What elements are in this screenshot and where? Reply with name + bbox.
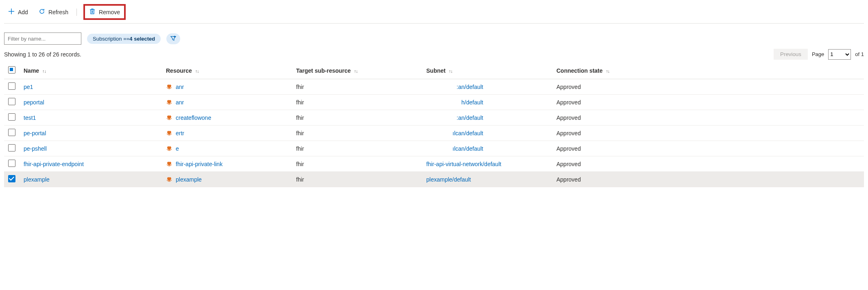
state-text: Approved <box>556 99 581 106</box>
name-link[interactable]: peportal <box>24 99 44 106</box>
state-text: Approved <box>556 130 581 136</box>
subnet-link[interactable]: h/default <box>461 99 483 106</box>
resource-link[interactable]: plexample <box>176 176 202 183</box>
resource-link[interactable]: fhir-api-private-link <box>176 161 222 167</box>
subnet-link[interactable]: plexample/default <box>426 176 471 183</box>
row-checkbox[interactable] <box>8 98 15 105</box>
state-text: Approved <box>556 145 581 152</box>
state-text: Approved <box>556 161 581 167</box>
filter-bar: Subscription == 4 selected <box>4 24 864 48</box>
plus-icon <box>8 8 15 16</box>
resource-link[interactable]: anr <box>176 99 184 106</box>
remove-button[interactable]: Remove <box>83 4 126 20</box>
resource-icon <box>166 114 172 121</box>
subnet-link[interactable]: :an/default <box>457 84 483 90</box>
resource-link[interactable]: e <box>176 145 179 152</box>
page-label: Page <box>812 51 824 57</box>
name-link[interactable]: plexample <box>24 176 50 183</box>
column-header-subnet[interactable]: Subnet ↑↓ <box>422 63 552 79</box>
target-text: fhir <box>296 115 304 121</box>
resource-icon <box>166 129 172 137</box>
target-text: fhir <box>296 130 304 136</box>
table-row[interactable]: pe1 anrfhir:an/defaultApproved <box>4 79 864 95</box>
table-row[interactable]: fhir-api-private-endpoint fhir-api-priva… <box>4 156 864 172</box>
resource-link[interactable]: ertr <box>176 130 184 136</box>
table-row[interactable]: pe-portal ertrfhirılcan/defaultApproved <box>4 126 864 141</box>
resource-icon <box>166 160 172 168</box>
subscription-value: 4 selected <box>129 36 155 42</box>
resource-link[interactable]: createflowone <box>176 115 211 121</box>
state-text: Approved <box>556 115 581 121</box>
row-checkbox[interactable] <box>8 129 15 136</box>
row-checkbox[interactable] <box>8 113 15 121</box>
target-text: fhir <box>296 161 304 167</box>
subnet-link[interactable]: ılcan/default <box>453 130 484 136</box>
refresh-icon <box>39 8 45 16</box>
select-all-checkbox[interactable] <box>8 66 15 74</box>
sort-icon: ↑↓ <box>354 69 358 74</box>
target-text: fhir <box>296 84 304 90</box>
subscription-filter-pill[interactable]: Subscription == 4 selected <box>87 34 161 44</box>
resource-icon <box>166 145 172 152</box>
sort-icon: ↑↓ <box>42 69 46 74</box>
table: Name ↑↓ Resource ↑↓ Target sub-resource … <box>4 63 864 187</box>
add-label: Add <box>18 9 28 15</box>
table-row[interactable]: test1 createflowonefhir:an/defaultApprov… <box>4 110 864 126</box>
state-text: Approved <box>556 176 581 183</box>
pager: Previous Page 1 of 1 <box>774 49 864 60</box>
records-count-text: Showing 1 to 26 of 26 records. <box>4 51 81 58</box>
add-filter-button[interactable] <box>166 33 180 44</box>
add-button[interactable]: Add <box>7 6 30 17</box>
table-row[interactable]: peportal anrfhirh/defaultApproved <box>4 95 864 110</box>
row-checkbox[interactable] <box>8 82 15 90</box>
resource-icon <box>166 175 172 183</box>
target-text: fhir <box>296 145 304 152</box>
page-select[interactable]: 1 <box>828 49 851 60</box>
sort-icon: ↑↓ <box>449 69 452 74</box>
table-row[interactable]: pe-pshell efhirılcan/defaultApproved <box>4 141 864 156</box>
column-header-name[interactable]: Name ↑↓ <box>20 63 162 79</box>
name-link[interactable]: pe1 <box>24 84 33 90</box>
column-header-target[interactable]: Target sub-resource ↑↓ <box>292 63 422 79</box>
row-checkbox[interactable] <box>8 144 15 151</box>
records-summary-row: Showing 1 to 26 of 26 records. Previous … <box>4 48 864 63</box>
subnet-link[interactable]: :an/default <box>457 115 483 121</box>
page-of-label: of 1 <box>855 51 864 57</box>
sort-icon: ↑↓ <box>606 69 609 74</box>
resource-icon <box>166 83 172 91</box>
sort-icon: ↑↓ <box>195 69 199 74</box>
subnet-link[interactable]: ılcan/default <box>453 145 484 152</box>
previous-page-button[interactable]: Previous <box>774 49 808 60</box>
trash-icon <box>89 8 96 16</box>
name-link[interactable]: fhir-api-private-endpoint <box>24 161 84 167</box>
target-text: fhir <box>296 99 304 106</box>
subnet-link[interactable]: fhir-api-virtual-network/default <box>426 161 501 167</box>
name-link[interactable]: test1 <box>24 115 36 121</box>
resource-icon <box>166 98 172 106</box>
remove-label: Remove <box>99 9 120 15</box>
refresh-label: Refresh <box>48 9 68 15</box>
name-link[interactable]: pe-portal <box>24 130 46 136</box>
target-text: fhir <box>296 176 304 183</box>
name-link[interactable]: pe-pshell <box>24 145 47 152</box>
separator <box>76 9 77 16</box>
column-header-resource[interactable]: Resource ↑↓ <box>162 63 292 79</box>
row-checkbox[interactable] <box>8 175 15 182</box>
column-header-state[interactable]: Connection state ↑↓ <box>552 63 864 79</box>
command-bar: Add Refresh Remove <box>4 2 864 24</box>
subscription-prefix: Subscription == <box>93 36 129 42</box>
table-row[interactable]: plexample plexamplefhirplexample/default… <box>4 172 864 187</box>
filter-name-input[interactable] <box>4 32 81 45</box>
filter-icon <box>170 35 176 42</box>
row-checkbox[interactable] <box>8 160 15 167</box>
resource-link[interactable]: anr <box>176 84 184 90</box>
state-text: Approved <box>556 84 581 90</box>
refresh-button[interactable]: Refresh <box>37 6 70 17</box>
